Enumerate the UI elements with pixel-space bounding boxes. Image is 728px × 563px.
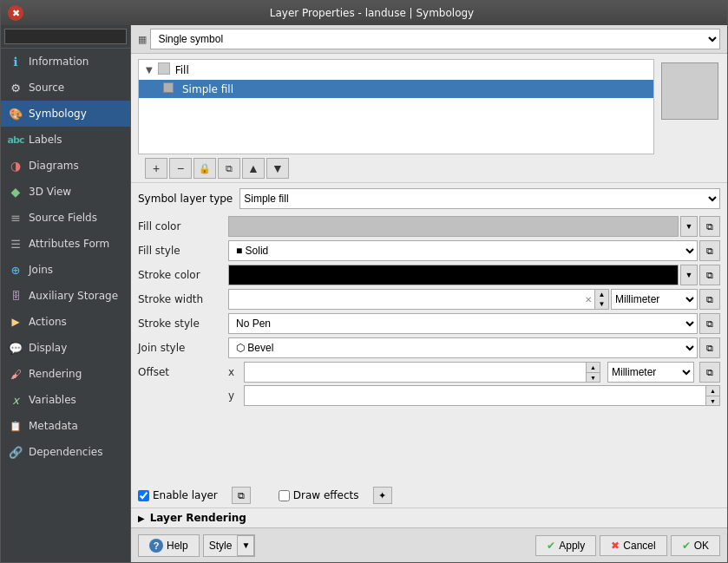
style-dropdown-button[interactable]: ▼: [238, 535, 254, 556]
sidebar-item-auxiliarystorage[interactable]: 🗄 Auxiliary Storage: [1, 283, 130, 309]
stroke-color-row: Stroke color ▼ ⧉: [138, 265, 720, 285]
help-icon: ?: [149, 539, 163, 553]
search-input[interactable]: [4, 29, 127, 44]
sidebar-item-label: Attributes Form: [29, 238, 109, 250]
fill-style-control: ■ Solid ⧉: [228, 240, 720, 261]
fill-style-select[interactable]: ■ Solid: [228, 240, 698, 261]
sidebar-item-source[interactable]: ⚙ Source: [1, 75, 130, 101]
offset-y-label: y: [228, 390, 240, 402]
add-symbol-button[interactable]: +: [145, 158, 167, 179]
draw-effects-label[interactable]: Draw effects: [279, 489, 359, 501]
offset-y-field[interactable]: 0.000000: [245, 386, 705, 405]
stroke-width-copy[interactable]: ⧉: [699, 289, 720, 310]
join-style-select[interactable]: ⬡ Bevel: [228, 337, 698, 358]
sidebar-item-variables[interactable]: x Variables: [1, 387, 130, 413]
fill-color-dropdown[interactable]: ▼: [680, 216, 698, 237]
fill-rect-small-icon: [163, 82, 174, 95]
enable-layer-label[interactable]: Enable layer: [138, 489, 218, 501]
offset-y-up[interactable]: ▲: [705, 386, 719, 396]
ok-button[interactable]: ✔ OK: [671, 535, 720, 556]
sidebar-item-attributesform[interactable]: ☰ Attributes Form: [1, 231, 130, 257]
offset-x-field[interactable]: 0.000000: [245, 364, 586, 380]
sidebar-item-symbology[interactable]: 🎨 Symbology: [1, 101, 130, 127]
stroke-width-field[interactable]: 0.260000: [229, 291, 582, 307]
stroke-width-up[interactable]: ▲: [594, 290, 608, 299]
fill-color-button[interactable]: [228, 216, 679, 237]
stroke-width-down[interactable]: ▼: [594, 299, 608, 309]
help-button[interactable]: ? Help: [138, 534, 200, 557]
sidebar-item-joins[interactable]: ⊕ Joins: [1, 257, 130, 283]
sidebar-item-label: Labels: [29, 134, 62, 146]
window: ✖ Layer Properties - landuse | Symbology…: [0, 0, 728, 563]
apply-button[interactable]: ✔ Apply: [535, 535, 596, 556]
sidebar-item-dependencies[interactable]: 🔗 Dependencies: [1, 439, 130, 465]
layer-rendering-header[interactable]: ▶ Layer Rendering: [138, 512, 720, 524]
offset-unit-select[interactable]: Millimeter: [607, 362, 694, 383]
search-box[interactable]: [1, 25, 130, 49]
join-style-copy[interactable]: ⧉: [699, 337, 720, 358]
metadata-icon: 📋: [8, 418, 23, 434]
close-button[interactable]: ✖: [8, 5, 23, 21]
duplicate-symbol-button[interactable]: ⧉: [218, 158, 240, 179]
stroke-color-copy[interactable]: ⧉: [699, 265, 720, 285]
sidebar-item-3dview[interactable]: ◆ 3D View: [1, 179, 130, 205]
sidebar: ℹ Information ⚙ Source 🎨 Symbology abc L…: [1, 25, 131, 562]
symbol-type-select[interactable]: Single symbol: [150, 29, 720, 49]
dependencies-icon: 🔗: [8, 444, 23, 460]
offset-x-up[interactable]: ▲: [586, 363, 600, 372]
layer-type-label: Symbol layer type: [138, 193, 233, 205]
stroke-width-unit[interactable]: Millimeter: [611, 289, 698, 310]
stroke-color-dropdown[interactable]: ▼: [680, 265, 698, 285]
offset-y-down[interactable]: ▼: [705, 396, 719, 405]
draw-effects-checkbox[interactable]: [279, 490, 290, 501]
layer-type-select[interactable]: Simple fill: [239, 188, 720, 209]
stroke-style-label: Stroke style: [138, 318, 225, 330]
tree-expand-icon: ▼: [146, 65, 153, 75]
rendering-icon: 🖌: [8, 366, 23, 382]
join-style-row: Join style ⬡ Bevel ⧉: [138, 337, 720, 358]
sidebar-item-rendering[interactable]: 🖌 Rendering: [1, 361, 130, 387]
remove-symbol-button[interactable]: −: [169, 158, 192, 179]
sidebar-item-actions[interactable]: ▶ Actions: [1, 309, 130, 335]
sidebar-item-metadata[interactable]: 📋 Metadata: [1, 413, 130, 439]
tree-child-simplefill[interactable]: Simple fill: [139, 80, 653, 98]
sidebar-item-display[interactable]: 💬 Display: [1, 335, 130, 361]
sidebar-item-information[interactable]: ℹ Information: [1, 49, 130, 75]
sidebar-item-sourcefields[interactable]: ≡ Source Fields: [1, 205, 130, 231]
sidebar-item-labels[interactable]: abc Labels: [1, 127, 130, 153]
stroke-style-select[interactable]: No Pen: [228, 313, 698, 334]
tree-root-fill[interactable]: ▼ Fill: [139, 60, 653, 80]
bottom-left-buttons: ? Help Style ▼: [138, 534, 255, 557]
offset-copy[interactable]: ⧉: [699, 362, 720, 383]
actions-icon: ▶: [8, 314, 23, 330]
enable-layer-icon-button[interactable]: ⧉: [232, 487, 251, 504]
sidebar-item-label: Display: [29, 342, 67, 354]
cancel-button[interactable]: ✖ Cancel: [600, 535, 666, 556]
preview-box: [661, 62, 718, 120]
variables-icon: x: [8, 392, 23, 408]
style-button-group: Style ▼: [203, 534, 256, 557]
effects-row: Enable layer ⧉ Draw effects ✦: [131, 483, 727, 507]
sidebar-item-diagrams[interactable]: ◑ Diagrams: [1, 153, 130, 179]
stroke-style-copy[interactable]: ⧉: [699, 313, 720, 334]
sidebar-item-label: Diagrams: [29, 160, 79, 172]
auxiliarystorage-icon: 🗄: [8, 288, 23, 304]
draw-effects-icon-button[interactable]: ✦: [373, 487, 392, 504]
fill-color-copy[interactable]: ⧉: [699, 216, 720, 237]
stroke-color-button[interactable]: [228, 265, 679, 285]
offset-y-spinner: ▲ ▼: [705, 386, 719, 405]
offset-x-down[interactable]: ▼: [586, 372, 600, 382]
stroke-width-clear[interactable]: ✕: [582, 295, 594, 304]
fill-style-copy[interactable]: ⧉: [699, 240, 720, 261]
enable-layer-checkbox[interactable]: [138, 490, 149, 501]
labels-icon: abc: [8, 132, 23, 147]
move-down-button[interactable]: ▼: [266, 158, 289, 179]
lock-symbol-button[interactable]: 🔒: [193, 158, 216, 179]
style-button[interactable]: Style: [204, 535, 239, 556]
move-up-button[interactable]: ▲: [242, 158, 265, 179]
join-style-label: Join style: [138, 342, 225, 354]
display-icon: 💬: [8, 340, 23, 356]
offset-x-spinner: ▲ ▼: [586, 363, 600, 382]
sourcefields-icon: ≡: [8, 210, 23, 226]
attributesform-icon: ☰: [8, 236, 23, 252]
